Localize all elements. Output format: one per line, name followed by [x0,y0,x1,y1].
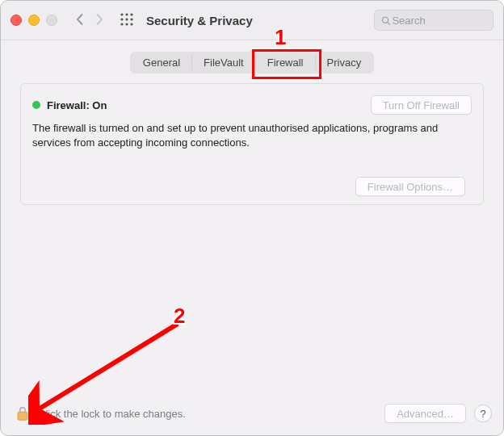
button-label: Firewall Options… [368,181,453,193]
help-label: ? [480,408,485,420]
system-preferences-window: Security & Privacy General FileVault Fir… [0,0,504,436]
tab-label: General [143,57,180,69]
segmented-control: General FileVault Firewall Privacy [130,52,374,73]
svg-point-0 [120,13,123,15]
tab-filevault[interactable]: FileVault [191,53,255,72]
svg-point-3 [120,18,123,20]
lock-hint: Click the lock to make changes. [38,408,186,420]
tab-general[interactable]: General [132,53,191,72]
close-window-button[interactable] [10,15,22,26]
firewall-status-label: Firewall: On [47,99,107,111]
tab-label: Firewall [267,57,304,69]
nav-buttons [75,13,104,28]
show-all-icon[interactable] [120,13,133,28]
tab-bar: General FileVault Firewall Privacy [1,40,503,78]
svg-point-8 [130,23,132,25]
button-label: Advanced… [397,408,454,420]
svg-point-6 [120,23,123,25]
advanced-button[interactable]: Advanced… [384,404,466,423]
svg-point-4 [125,18,128,20]
back-button[interactable] [75,13,84,28]
forward-button[interactable] [95,13,104,28]
help-button[interactable]: ? [474,405,492,422]
firewall-options-button[interactable]: Firewall Options… [355,177,465,196]
svg-point-5 [130,18,132,20]
svg-rect-11 [18,412,27,420]
lock-icon[interactable] [15,405,30,421]
tab-privacy[interactable]: Privacy [315,53,373,72]
svg-point-7 [125,23,128,25]
tab-label: FileVault [204,57,244,69]
status-dot-icon [32,101,40,109]
minimize-window-button[interactable] [28,15,40,26]
titlebar: Security & Privacy [1,1,503,40]
content-area: Firewall: On Turn Off Firewall The firew… [1,78,503,395]
footer: Click the lock to make changes. Advanced… [1,395,503,435]
window-controls [10,15,57,26]
zoom-window-button[interactable] [46,15,57,26]
button-label: Turn Off Firewall [383,99,460,111]
turn-off-firewall-button[interactable]: Turn Off Firewall [371,95,472,115]
firewall-panel: Firewall: On Turn Off Firewall The firew… [20,83,484,205]
tab-firewall[interactable]: Firewall [255,53,315,72]
page-title: Security & Privacy [146,14,253,27]
search-field[interactable] [374,10,494,31]
firewall-status-row: Firewall: On Turn Off Firewall [32,95,472,115]
search-icon [381,15,390,26]
firewall-description: The firewall is turned on and set up to … [32,121,472,149]
svg-point-2 [130,13,132,15]
svg-point-1 [125,13,128,15]
svg-line-10 [388,22,390,24]
search-input[interactable] [390,14,486,27]
tab-label: Privacy [327,57,362,69]
